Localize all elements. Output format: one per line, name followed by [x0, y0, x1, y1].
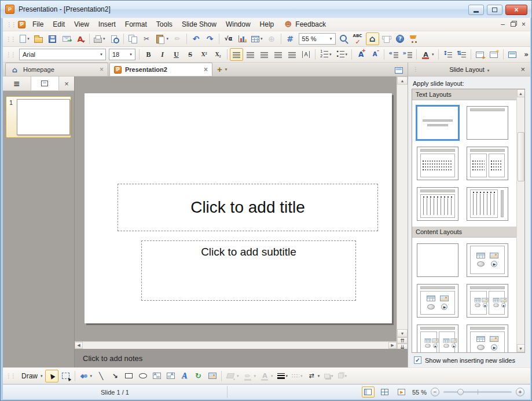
line-spacing-increase-button[interactable]: [441, 48, 454, 61]
doc-restore-button[interactable]: [511, 22, 516, 27]
increase-font-button[interactable]: [354, 48, 368, 61]
tab-presentation2[interactable]: Presentation2×: [109, 63, 212, 76]
mail-send-button[interactable]: [60, 32, 73, 45]
chevron-down-icon[interactable]: ▾: [225, 67, 228, 72]
shapes-button[interactable]: ▾: [78, 370, 94, 382]
dropdown-arrow-icon[interactable]: ▾: [346, 52, 348, 57]
print-button[interactable]: ▾: [92, 32, 107, 45]
toolbar-grip[interactable]: ⋮⋮: [6, 52, 15, 58]
toolbar-grip[interactable]: ⋮⋮: [6, 21, 16, 28]
scroll-up-button[interactable]: ▲: [397, 76, 408, 85]
title-slide-layout-thumbnail[interactable]: [417, 106, 458, 140]
font-name-combo[interactable]: Arial▾: [19, 49, 106, 60]
gridlines-button[interactable]: [284, 32, 297, 45]
slide-canvas[interactable]: Click to add title Click to add subtitle: [75, 76, 397, 341]
cut-button[interactable]: [140, 32, 153, 45]
menu-view[interactable]: View: [69, 18, 94, 31]
slide-thumbnail-item[interactable]: 1: [6, 96, 71, 138]
vertical-scrollbar[interactable]: ▲ ▼ ⇈ ⇊: [397, 76, 408, 350]
print-preview-button[interactable]: [108, 32, 121, 45]
insert-slide-button[interactable]: [474, 48, 487, 61]
draw-menu-button[interactable]: Draw▾: [18, 370, 45, 382]
dropdown-arrow-icon[interactable]: ▾: [237, 374, 239, 378]
dropdown-arrow-icon[interactable]: ▾: [344, 374, 347, 378]
vertical-title-text-layout-thumbnail[interactable]: [467, 187, 508, 221]
scroll-right-button[interactable]: ▶: [388, 342, 397, 349]
open-button[interactable]: [32, 32, 45, 45]
export-pdf-button[interactable]: [74, 32, 87, 45]
panel-close-button[interactable]: ×: [59, 76, 74, 90]
undo-button[interactable]: [189, 32, 203, 45]
paste-button[interactable]: ▾: [154, 32, 171, 45]
clothes-button[interactable]: [380, 32, 393, 45]
notes-area[interactable]: Click to add notes: [75, 349, 408, 367]
superscript-button[interactable]: [197, 48, 211, 61]
menu-edit[interactable]: Edit: [48, 18, 69, 31]
title-content-icons-layout-thumbnail[interactable]: [417, 284, 458, 318]
dropdown-arrow-icon[interactable]: ▾: [27, 37, 30, 41]
bullets-button[interactable]: ▾: [334, 48, 350, 61]
zoom-combo[interactable]: 55 %▾: [299, 33, 336, 45]
dropdown-arrow-icon[interactable]: ▾: [41, 374, 43, 378]
new-tab-button[interactable]: + ▾: [214, 63, 230, 76]
justify-button[interactable]: [271, 48, 285, 61]
title-two-content-layout-thumbnail[interactable]: [467, 147, 508, 180]
doc-minimize-button[interactable]: –: [501, 20, 505, 28]
slideshow-button[interactable]: [395, 387, 408, 398]
pane-scrollbar[interactable]: ▲ ▼: [516, 89, 524, 352]
title-two-content-icons-layout-thumbnail[interactable]: [417, 325, 458, 352]
font-size-combo[interactable]: 18▾: [109, 49, 135, 60]
underline-button[interactable]: [170, 48, 183, 61]
slide-thumbnail[interactable]: [17, 99, 70, 135]
save-button[interactable]: [46, 32, 59, 45]
font-color-button[interactable]: ▾: [419, 48, 436, 61]
doc-close-button[interactable]: ×: [522, 20, 526, 28]
redo-button[interactable]: [203, 32, 217, 45]
slide-sorter-view-button[interactable]: [379, 387, 391, 398]
pane-grip[interactable]: ⋮: [413, 66, 417, 72]
dropdown-arrow-icon[interactable]: ▾: [329, 52, 332, 57]
slide-layout-button[interactable]: [506, 48, 519, 61]
combo-dropdown-icon[interactable]: ▾: [327, 37, 335, 41]
decrease-font-button[interactable]: [368, 48, 381, 61]
arrow-button[interactable]: [108, 370, 122, 382]
copy-button[interactable]: [126, 32, 140, 45]
slides-view-tab[interactable]: [31, 76, 60, 90]
scroll-down-button[interactable]: ▼: [397, 329, 408, 337]
scroll-track[interactable]: [397, 85, 408, 329]
title-two-content-icons-layout-thumbnail[interactable]: [467, 284, 508, 318]
dropdown-arrow-icon[interactable]: ▾: [318, 374, 320, 378]
line-width-button[interactable]: ▾: [276, 370, 290, 382]
slide[interactable]: Click to add title Click to add subtitle: [85, 93, 392, 323]
dropdown-arrow-icon[interactable]: ▾: [103, 37, 105, 41]
menu-tools[interactable]: Tools: [152, 18, 177, 31]
rectangle-button[interactable]: [122, 370, 135, 382]
dropdown-arrow-icon[interactable]: ▾: [254, 374, 256, 378]
zoom-in-button[interactable]: +: [516, 388, 524, 396]
show-when-inserting-checkbox[interactable]: ✓: [414, 356, 421, 364]
align-center-button[interactable]: [244, 48, 257, 61]
toolbar-grip[interactable]: ⋮⋮: [6, 373, 15, 379]
bold-button[interactable]: [142, 48, 155, 61]
dropdown-arrow-icon[interactable]: ▾: [90, 374, 93, 378]
blank-layout-thumbnail[interactable]: [417, 243, 458, 277]
multi-select-button[interactable]: [59, 370, 72, 382]
tab-homepage[interactable]: Homepage×: [5, 63, 108, 76]
dropdown-arrow-icon[interactable]: ▾: [167, 37, 169, 41]
tab-close-icon[interactable]: ×: [100, 65, 104, 74]
task-pane-title[interactable]: Slide Layout ▾: [420, 66, 519, 73]
find-button[interactable]: [337, 32, 351, 45]
menu-file[interactable]: File: [28, 18, 48, 31]
menu-help[interactable]: Help: [255, 18, 279, 31]
home-button[interactable]: [366, 32, 379, 45]
vertical-text-button[interactable]: [299, 48, 313, 61]
title-content-layout-thumbnail[interactable]: [417, 147, 458, 180]
scroll-down-button[interactable]: ▼: [517, 344, 525, 352]
arrow-style-button[interactable]: ▾: [305, 370, 322, 382]
menu-window[interactable]: Window: [221, 18, 255, 31]
toolbar-grip[interactable]: ⋮⋮: [6, 36, 15, 42]
line-button[interactable]: [94, 370, 108, 382]
spellcheck-button[interactable]: [351, 32, 365, 45]
dropdown-arrow-icon[interactable]: ▾: [300, 374, 303, 378]
increase-indent-button[interactable]: [401, 48, 414, 61]
